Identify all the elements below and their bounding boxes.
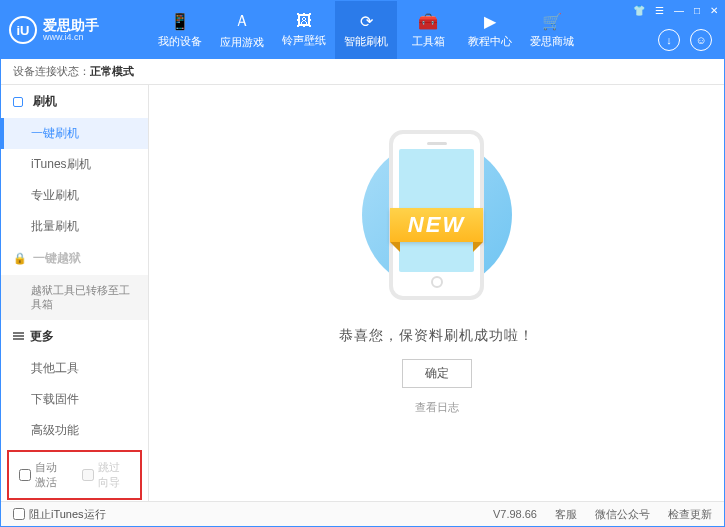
nav-tabs: 📱我的设备Ａ应用游戏🖼铃声壁纸⟳智能刷机🧰工具箱▶教程中心🛒爱思商城 bbox=[149, 1, 583, 59]
checkbox-auto-activate[interactable]: 自动激活 bbox=[19, 460, 68, 490]
footer-link-wechat[interactable]: 微信公众号 bbox=[595, 507, 650, 522]
nav-tab-铃声壁纸[interactable]: 🖼铃声壁纸 bbox=[273, 1, 335, 59]
main-content: NEW 恭喜您，保资料刷机成功啦！ 确定 查看日志 bbox=[149, 85, 724, 527]
list-icon bbox=[13, 331, 24, 342]
sidebar-item-download-fw[interactable]: 下载固件 bbox=[1, 384, 148, 415]
sidebar-item-advanced[interactable]: 高级功能 bbox=[1, 415, 148, 446]
nav-tab-爱思商城[interactable]: 🛒爱思商城 bbox=[521, 1, 583, 59]
sidebar-item-itunes-flash[interactable]: iTunes刷机 bbox=[1, 149, 148, 180]
logo-url: www.i4.cn bbox=[43, 32, 99, 42]
logo: iU 爱思助手 www.i4.cn bbox=[9, 16, 149, 44]
sidebar-group-flash[interactable]: 刷机 bbox=[1, 85, 148, 118]
nav-icon: ⟳ bbox=[360, 12, 373, 31]
sidebar-group-more[interactable]: 更多 bbox=[1, 320, 148, 353]
nav-icon: 🖼 bbox=[296, 12, 312, 30]
version-label: V7.98.66 bbox=[493, 508, 537, 520]
sidebar-jailbreak-note: 越狱工具已转移至工具箱 bbox=[1, 275, 148, 320]
ok-button[interactable]: 确定 bbox=[402, 359, 472, 388]
nav-tab-工具箱[interactable]: 🧰工具箱 bbox=[397, 1, 459, 59]
nav-tab-应用游戏[interactable]: Ａ应用游戏 bbox=[211, 1, 273, 59]
checkbox-block-itunes[interactable]: 阻止iTunes运行 bbox=[13, 507, 106, 522]
menu-icon[interactable]: ☰ bbox=[655, 5, 664, 16]
nav-icon: Ａ bbox=[234, 11, 250, 32]
sidebar-item-onekey-flash[interactable]: 一键刷机 bbox=[1, 118, 148, 149]
sidebar-item-other-tools[interactable]: 其他工具 bbox=[1, 353, 148, 384]
nav-icon: 🛒 bbox=[542, 12, 562, 31]
logo-icon: iU bbox=[9, 16, 37, 44]
download-icon[interactable]: ↓ bbox=[658, 29, 680, 51]
new-banner: NEW bbox=[390, 208, 483, 242]
status-bar: 设备连接状态： 正常模式 bbox=[1, 59, 724, 85]
success-illustration: NEW bbox=[342, 125, 532, 305]
maximize-icon[interactable]: □ bbox=[694, 5, 700, 16]
status-label: 设备连接状态： bbox=[13, 64, 90, 79]
sidebar-group-jailbreak: 🔒一键越狱 bbox=[1, 242, 148, 275]
shirt-icon[interactable]: 👕 bbox=[633, 5, 645, 16]
sidebar: 刷机 一键刷机 iTunes刷机 专业刷机 批量刷机 🔒一键越狱 越狱工具已转移… bbox=[1, 85, 149, 527]
nav-icon: 🧰 bbox=[418, 12, 438, 31]
sidebar-item-batch-flash[interactable]: 批量刷机 bbox=[1, 211, 148, 242]
nav-icon: ▶ bbox=[484, 12, 496, 31]
footer-link-support[interactable]: 客服 bbox=[555, 507, 577, 522]
footer-link-update[interactable]: 检查更新 bbox=[668, 507, 712, 522]
nav-tab-教程中心[interactable]: ▶教程中心 bbox=[459, 1, 521, 59]
lock-icon: 🔒 bbox=[13, 252, 27, 265]
logo-title: 爱思助手 bbox=[43, 18, 99, 32]
minimize-icon[interactable]: — bbox=[674, 5, 684, 16]
checkbox-highlight-area: 自动激活 跳过向导 bbox=[7, 450, 142, 500]
success-message: 恭喜您，保资料刷机成功啦！ bbox=[339, 327, 534, 345]
footer: 阻止iTunes运行 V7.98.66 客服 微信公众号 检查更新 bbox=[1, 501, 724, 526]
user-icon[interactable]: ☺ bbox=[690, 29, 712, 51]
nav-tab-我的设备[interactable]: 📱我的设备 bbox=[149, 1, 211, 59]
nav-tab-智能刷机[interactable]: ⟳智能刷机 bbox=[335, 1, 397, 59]
checkbox-skip-guide[interactable]: 跳过向导 bbox=[82, 460, 131, 490]
view-log-link[interactable]: 查看日志 bbox=[415, 400, 459, 415]
app-header: iU 爱思助手 www.i4.cn 📱我的设备Ａ应用游戏🖼铃声壁纸⟳智能刷机🧰工… bbox=[1, 1, 724, 59]
nav-icon: 📱 bbox=[170, 12, 190, 31]
sidebar-item-pro-flash[interactable]: 专业刷机 bbox=[1, 180, 148, 211]
status-value: 正常模式 bbox=[90, 64, 134, 79]
close-icon[interactable]: ✕ bbox=[710, 5, 718, 16]
